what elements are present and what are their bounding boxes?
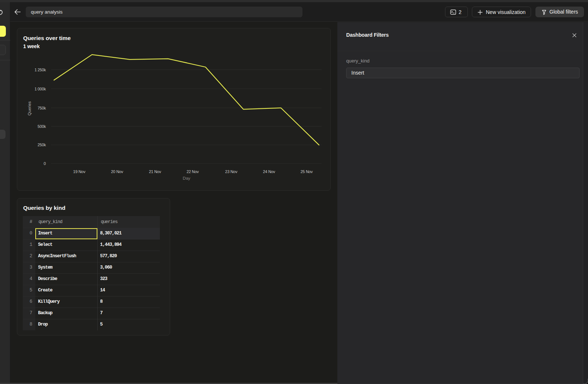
svg-text:250k: 250k [37,143,46,147]
svg-text:1 250k: 1 250k [35,68,46,72]
svg-text:23 Nov: 23 Nov [225,169,238,174]
svg-text:Queries: Queries [27,101,32,115]
svg-text:Day: Day [183,176,190,180]
svg-text:19 Nov: 19 Nov [73,169,86,174]
svg-text:20 Nov: 20 Nov [111,169,123,174]
svg-text:1 000k: 1 000k [35,87,46,91]
svg-text:750k: 750k [37,106,46,110]
svg-text:500k: 500k [37,124,46,129]
svg-text:21 Nov: 21 Nov [149,169,161,174]
svg-text:25 Nov: 25 Nov [301,169,313,174]
svg-text:0: 0 [44,161,46,166]
svg-text:24 Nov: 24 Nov [263,169,275,174]
svg-text:22 Nov: 22 Nov [187,169,199,174]
